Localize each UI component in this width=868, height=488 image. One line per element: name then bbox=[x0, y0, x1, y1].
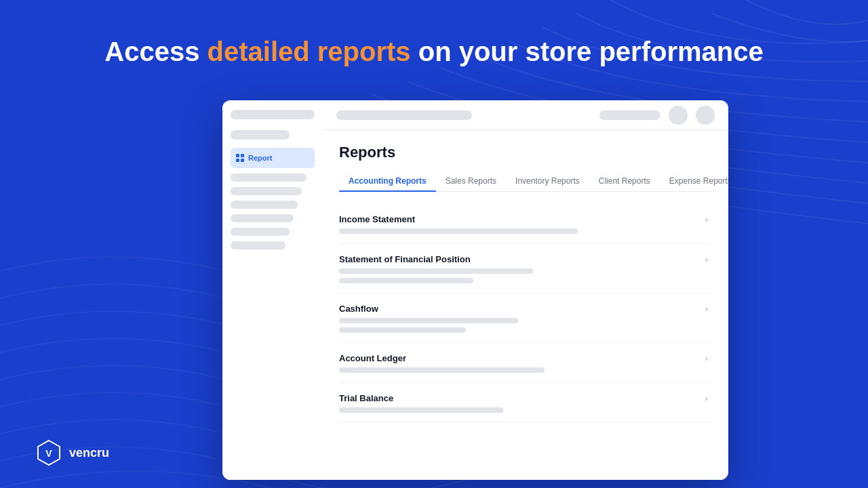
topbar-avatar-1 bbox=[669, 106, 688, 125]
main-headline: Access detailed reports on your store pe… bbox=[0, 35, 868, 68]
report-item-account-ledger[interactable]: Account Ledger › bbox=[339, 343, 712, 383]
report-item-financial-position[interactable]: Statement of Financial Position › bbox=[339, 244, 712, 293]
headline-before: Access bbox=[104, 37, 207, 66]
sidebar: Report bbox=[222, 100, 323, 480]
report-item-trial-balance[interactable]: Trial Balance › bbox=[339, 383, 712, 423]
skeleton-financial-1 bbox=[339, 268, 533, 274]
skeleton-trial-1 bbox=[339, 407, 503, 413]
report-title-trial-balance: Trial Balance bbox=[339, 393, 393, 403]
tabs-row[interactable]: Accounting Reports Sales Reports Invento… bbox=[339, 171, 712, 192]
app-window: Report Reports Accounting Reports bbox=[222, 100, 728, 480]
skeleton-income-1 bbox=[339, 228, 578, 234]
sidebar-item-6 bbox=[231, 241, 285, 249]
chevron-icon-ledger: › bbox=[701, 352, 712, 363]
sidebar-item-4 bbox=[231, 214, 294, 222]
logo-hexagon-icon: V bbox=[35, 439, 62, 466]
report-list: Income Statement › Statement of Financia… bbox=[339, 204, 712, 423]
page-title: Reports bbox=[339, 144, 712, 161]
sidebar-item-1 bbox=[231, 174, 307, 182]
skeleton-cashflow-1 bbox=[339, 318, 518, 323]
report-item-income-statement[interactable]: Income Statement › bbox=[339, 204, 712, 244]
report-title-financial-position: Statement of Financial Position bbox=[339, 254, 471, 264]
report-title-account-ledger: Account Ledger bbox=[339, 353, 406, 363]
tab-client-reports[interactable]: Client Reports bbox=[589, 171, 660, 191]
headline-highlight: detailed reports bbox=[208, 37, 411, 66]
report-title-cashflow: Cashflow bbox=[339, 304, 378, 314]
chevron-icon-financial: › bbox=[701, 253, 712, 264]
sidebar-item-2 bbox=[231, 187, 302, 195]
sidebar-search-skeleton bbox=[231, 130, 290, 140]
report-icon bbox=[236, 154, 244, 162]
topbar-skeleton-2 bbox=[599, 110, 660, 120]
chevron-icon-income: › bbox=[701, 214, 712, 224]
skeleton-ledger-1 bbox=[339, 367, 545, 373]
sidebar-item-3 bbox=[231, 201, 298, 209]
topbar-skeleton-1 bbox=[336, 110, 472, 120]
skeleton-cashflow-2 bbox=[339, 327, 466, 333]
sidebar-logo-skeleton bbox=[231, 110, 315, 119]
chevron-icon-cashflow: › bbox=[701, 303, 712, 314]
svg-text:V: V bbox=[45, 448, 52, 459]
chevron-icon-trial: › bbox=[701, 392, 712, 403]
tab-expense-reports[interactable]: Expense Reports bbox=[660, 171, 728, 191]
logo: V vencru bbox=[35, 439, 109, 466]
report-item-cashflow[interactable]: Cashflow › bbox=[339, 293, 712, 343]
sidebar-item-report[interactable]: Report bbox=[231, 148, 315, 168]
headline-after: on your store performance bbox=[411, 37, 764, 66]
tab-accounting-reports[interactable]: Accounting Reports bbox=[339, 171, 436, 191]
skeleton-financial-2 bbox=[339, 278, 473, 283]
content-area: Reports Accounting Reports Sales Reports… bbox=[323, 130, 728, 480]
tab-sales-reports[interactable]: Sales Reports bbox=[436, 171, 506, 191]
tab-inventory-reports[interactable]: Inventory Reports bbox=[506, 171, 589, 191]
logo-text: vencru bbox=[69, 446, 109, 460]
topbar-avatar-2 bbox=[696, 106, 715, 125]
sidebar-item-report-label: Report bbox=[248, 154, 272, 162]
main-content: Reports Accounting Reports Sales Reports… bbox=[323, 100, 728, 480]
report-title-income-statement: Income Statement bbox=[339, 214, 415, 224]
top-bar bbox=[323, 100, 728, 130]
sidebar-item-5 bbox=[231, 228, 290, 236]
